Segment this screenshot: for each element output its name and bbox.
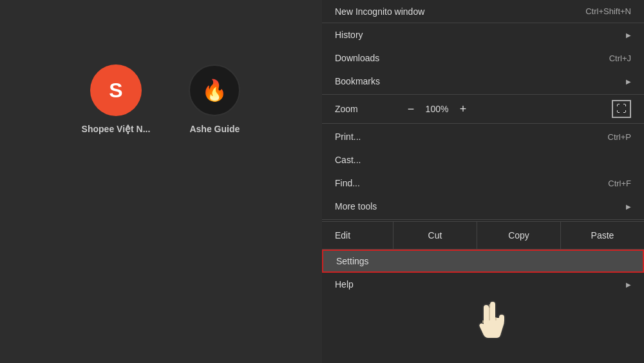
- find-label: Find...: [335, 178, 360, 188]
- more-tools-arrow-icon: ▶: [626, 203, 631, 210]
- shopee-label: Shopee Việt N...: [82, 124, 151, 134]
- paste-button[interactable]: Paste: [560, 222, 644, 249]
- downloads-item[interactable]: Downloads Ctrl+J: [322, 46, 644, 70]
- history-label: History: [335, 30, 363, 40]
- bookmark-ashe[interactable]: 🔥 Ashe Guide: [189, 64, 240, 134]
- ashe-label: Ashe Guide: [189, 124, 240, 134]
- edit-row: Edit Cut Copy Paste: [322, 221, 644, 250]
- more-tools-item[interactable]: More tools ▶: [322, 195, 644, 218]
- find-shortcut: Ctrl+F: [608, 179, 631, 188]
- bookmarks-item[interactable]: Bookmarks ▶: [322, 70, 644, 93]
- help-item[interactable]: Help ▶: [322, 273, 644, 296]
- new-tab-page: S Shopee Việt N... 🔥 Ashe Guide: [0, 0, 322, 363]
- downloads-label: Downloads: [335, 53, 379, 63]
- cast-label: Cast...: [335, 155, 361, 165]
- settings-item[interactable]: Settings: [322, 250, 644, 273]
- more-tools-label: More tools: [335, 201, 377, 211]
- print-item[interactable]: Print... Ctrl+P: [322, 125, 644, 148]
- shopee-icon: S: [90, 64, 142, 116]
- zoom-label: Zoom: [322, 104, 399, 114]
- zoom-row: Zoom − 100% + ⛶: [322, 96, 644, 122]
- zoom-out-button[interactable]: −: [399, 99, 422, 119]
- help-arrow-icon: ▶: [626, 281, 631, 288]
- fullscreen-icon[interactable]: ⛶: [612, 100, 631, 118]
- settings-label: Settings: [336, 256, 369, 266]
- edit-label: Edit: [322, 222, 393, 249]
- divider-3: [322, 219, 644, 220]
- help-label: Help: [335, 279, 354, 289]
- new-incognito-label: New Incognito window: [335, 6, 424, 17]
- cut-button[interactable]: Cut: [393, 222, 477, 249]
- ashe-icon: 🔥: [189, 64, 240, 116]
- cast-item[interactable]: Cast...: [322, 148, 644, 172]
- new-incognito-shortcut: Ctrl+Shift+N: [585, 6, 631, 16]
- context-menu: New Incognito window Ctrl+Shift+N Histor…: [322, 0, 644, 296]
- new-incognito-window-item[interactable]: New Incognito window Ctrl+Shift+N: [322, 0, 644, 23]
- zoom-in-button[interactable]: +: [451, 99, 475, 119]
- history-item[interactable]: History ▶: [322, 23, 644, 46]
- bookmark-shopee[interactable]: S Shopee Việt N...: [82, 64, 151, 134]
- zoom-controls: − 100% +: [399, 99, 612, 119]
- print-label: Print...: [335, 132, 361, 142]
- cursor-hand-icon: [471, 298, 510, 350]
- history-arrow-icon: ▶: [626, 32, 631, 39]
- downloads-shortcut: Ctrl+J: [609, 54, 631, 63]
- print-shortcut: Ctrl+P: [608, 132, 631, 142]
- bookmarks-arrow-icon: ▶: [626, 78, 631, 85]
- bookmarks-label: Bookmarks: [335, 76, 380, 86]
- find-item[interactable]: Find... Ctrl+F: [322, 172, 644, 195]
- context-menu-overlay: New Incognito window Ctrl+Shift+N Histor…: [322, 0, 644, 363]
- divider-2: [322, 123, 644, 124]
- divider-1: [322, 94, 644, 95]
- copy-button[interactable]: Copy: [477, 222, 560, 249]
- zoom-value: 100%: [422, 104, 451, 114]
